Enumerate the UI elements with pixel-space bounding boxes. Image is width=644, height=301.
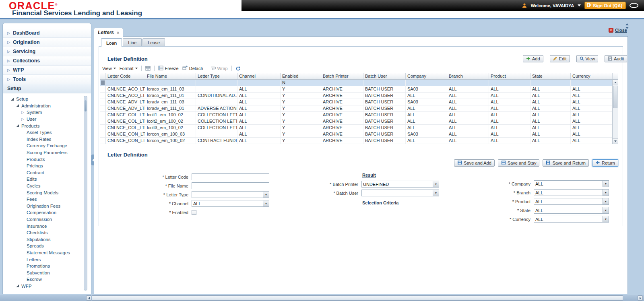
return-button[interactable]: Return [592, 159, 618, 167]
channel-select[interactable]: ALL▼ [192, 200, 269, 207]
tree-item-administration[interactable]: Administration [3, 103, 83, 109]
tree-item-scoring-parameters[interactable]: Scoring Parameters [3, 149, 83, 156]
tree-item-products[interactable]: Products [3, 156, 83, 163]
letter-code-input[interactable] [192, 173, 269, 180]
scroll-thumb[interactable] [85, 100, 87, 111]
sidebar-item-servicing[interactable]: ▷ Servicing [3, 47, 91, 56]
chevron-down-icon[interactable]: ▼ [603, 190, 609, 196]
chevron-down-icon[interactable]: ▼ [603, 216, 609, 222]
row-selector[interactable] [100, 86, 106, 92]
chevron-down-icon[interactable]: ▼ [603, 181, 609, 187]
tree-expand-icon[interactable] [15, 284, 20, 288]
column-header-enabled[interactable]: Enabled [281, 73, 321, 79]
tree-item-spreads[interactable]: Spreads [3, 243, 83, 249]
tree-item-fees[interactable]: Fees [3, 196, 83, 203]
scroll-left-icon[interactable] [86, 295, 91, 301]
row-selector[interactable] [100, 99, 106, 105]
tree-item-asset-types[interactable]: Asset Types [3, 129, 83, 136]
tree-item-products[interactable]: Products [3, 122, 83, 129]
tree-item-compensation[interactable]: Compensation [3, 209, 83, 216]
tree-expand-icon[interactable]: ▷ [21, 117, 25, 122]
tree-expand-icon[interactable] [15, 103, 20, 108]
scroll-up-icon[interactable] [625, 23, 629, 25]
tab-letters[interactable]: Letters × [94, 28, 123, 37]
tree-item-scoring-models[interactable]: Scoring Models [3, 189, 83, 196]
row-selector[interactable] [100, 112, 106, 118]
sign-out-button[interactable]: Sign Out [QA] [584, 2, 626, 9]
column-header-currency[interactable]: Currency [571, 73, 613, 79]
table-row[interactable]: CNLNCE_COL_LTR...lcolt3_em_100_02COLLECT… [100, 125, 613, 131]
chat-bubble-icon[interactable] [630, 3, 638, 8]
table-row[interactable]: CNLNCE_ADV_LTR1loradv_em_111_03ALLYARCHI… [100, 99, 613, 105]
chevron-down-icon[interactable]: ▼ [263, 192, 269, 198]
table-row[interactable]: CNLNCE_ACO_LTR1loraco_em_111_03ALLYARCHI… [100, 86, 613, 93]
grid-vertical-scrollbar[interactable] [612, 80, 618, 144]
tree-item-statement-messages[interactable]: Statement Messages [3, 249, 83, 256]
sidebar-item-dashboard[interactable]: ▷ DashBoard [3, 29, 91, 38]
sidebar-item-wfp[interactable]: ▷ WFP [3, 66, 91, 75]
tree-item-cycles[interactable]: Cycles [3, 183, 83, 190]
close-icon[interactable]: × [609, 28, 613, 33]
tree-item-letters[interactable]: Letters [3, 256, 83, 263]
scroll-up-icon[interactable] [613, 80, 618, 85]
batch-user-select[interactable]: ▼ [361, 190, 439, 196]
scroll-thumb[interactable] [92, 295, 623, 301]
view-button[interactable]: View [576, 55, 599, 62]
close-region[interactable]: × Close [609, 28, 627, 33]
tree-scrollbar[interactable] [84, 96, 87, 291]
sidebar-item-tools[interactable]: ▷ Tools [3, 75, 91, 84]
column-header-batch-printer[interactable]: Batch Printer [321, 73, 363, 79]
audit-button[interactable]: Audit [605, 55, 627, 62]
tree-item-currency-exchange[interactable]: Currency Exchange [3, 142, 83, 149]
row-selector[interactable] [100, 131, 106, 137]
edit-button[interactable]: Edit [550, 55, 570, 62]
column-header-state[interactable]: State [530, 73, 571, 79]
close-link[interactable]: Close [615, 28, 627, 33]
detach-button[interactable]: Detach [182, 66, 203, 71]
company-select[interactable]: ALL▼ [534, 180, 609, 187]
column-header-letter-type[interactable]: Letter Type [196, 73, 237, 79]
enabled-checkbox[interactable] [192, 210, 196, 215]
column-header-channel[interactable]: Channel [237, 73, 281, 79]
tree-item-system[interactable]: ▷ System [3, 109, 83, 116]
chevron-down-icon[interactable]: ▼ [603, 207, 609, 213]
batch-printer-select[interactable]: UNDEFINED▼ [361, 181, 439, 188]
file-name-input[interactable] [192, 182, 269, 189]
chevron-down-icon[interactable]: ▼ [433, 190, 439, 196]
tree-item-setup[interactable]: Setup [3, 96, 83, 103]
column-header-batch-user[interactable]: Batch User [363, 73, 406, 79]
tab-line[interactable]: Line [123, 38, 142, 46]
table-row[interactable]: CNLNCE_ACO_LT...loraco_em_111_01CONDITIO… [100, 93, 613, 99]
format-menu[interactable]: Format [120, 66, 138, 71]
table-row[interactable]: CNLNCE_COL_LTR...lcolt2_em_100_02COLLECT… [100, 118, 613, 125]
currency-select[interactable]: ALL▼ [534, 216, 609, 223]
tree-item-stipulations[interactable]: Stipulations [3, 236, 83, 243]
tree-item-origination-fees[interactable]: Origination Fees [3, 203, 83, 210]
close-icon[interactable]: × [117, 30, 119, 35]
scroll-right-icon[interactable] [638, 295, 643, 301]
column-header-company[interactable]: Company [406, 73, 447, 79]
table-row[interactable]: CNLNCE_ADV_LTR...loradv_em_111_01ADVERSE… [100, 105, 613, 112]
tree-expand-icon[interactable]: ▷ [21, 110, 25, 115]
row-selector[interactable] [100, 80, 106, 86]
refresh-icon[interactable] [235, 66, 241, 71]
letter-type-select[interactable]: ▼ [192, 191, 269, 198]
chevron-down-icon[interactable]: ▼ [603, 198, 609, 204]
save-and-stay-button[interactable]: Save and Stay [498, 159, 540, 167]
tree-item-promotions[interactable]: Promotions [3, 263, 83, 270]
sidebar-item-setup[interactable]: Setup [3, 84, 91, 93]
table-row[interactable]: CNLNCE_CON_LTR1lorcon_em_100_03ALLYARCHI… [100, 131, 613, 138]
row-selector[interactable] [100, 105, 106, 111]
save-and-return-button[interactable]: Save and Return [543, 159, 589, 167]
view-menu[interactable]: View [102, 66, 116, 71]
row-selector[interactable] [100, 125, 106, 131]
tree-expand-icon[interactable] [10, 97, 14, 101]
tab-lease[interactable]: Lease [142, 38, 165, 46]
product-select[interactable]: ALL▼ [534, 198, 609, 205]
branch-select[interactable]: ALL▼ [534, 189, 609, 196]
tree-expand-icon[interactable] [15, 124, 20, 128]
row-selector[interactable] [100, 118, 106, 124]
column-header-file-name[interactable]: File Name [145, 73, 196, 79]
column-header-branch[interactable]: Branch [447, 73, 489, 79]
tree-item-subvention[interactable]: Subvention [3, 269, 83, 276]
